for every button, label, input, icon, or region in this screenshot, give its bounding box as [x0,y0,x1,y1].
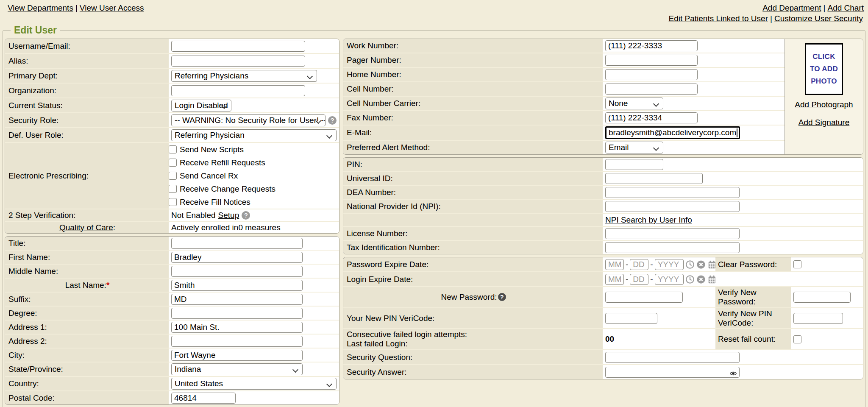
first-name-input[interactable] [171,252,303,263]
home-number-input[interactable] [605,69,698,80]
clock-icon[interactable] [685,275,695,284]
add-photo-placeholder[interactable]: CLICK TO ADD PHOTO [805,43,843,95]
universal-id-label: Universal ID: [343,172,603,185]
address1-input[interactable] [171,322,303,333]
pager-number-label: Pager Number: [343,53,603,67]
password-expire-mm-input[interactable] [605,259,624,270]
new-password-input[interactable] [605,292,683,303]
suffix-label: Suffix: [5,293,169,306]
universal-id-input[interactable] [605,173,703,184]
link-separator: | [821,3,828,12]
city-input[interactable] [171,350,303,361]
cell-carrier-select[interactable]: None [605,98,663,109]
security-answer-input[interactable] [605,367,740,378]
title-input[interactable] [171,238,303,249]
send-new-scripts-checkbox[interactable] [169,145,177,153]
state-select[interactable]: Indiana [171,363,303,375]
add-photograph-link[interactable]: Add Photograph [785,100,863,109]
security-question-input[interactable] [605,352,740,363]
alias-input[interactable] [171,56,305,67]
current-status-label: Current Status: [5,98,169,112]
address2-input[interactable] [171,336,303,347]
login-expire-mm-input[interactable] [605,274,624,285]
form-row: Pager Number: [343,53,785,67]
cell-carrier-value: None [609,99,628,108]
chevron-down-icon [326,381,332,387]
npi-input[interactable] [605,201,740,212]
primary-dept-select[interactable]: Referring Physicians [171,70,317,82]
password-expire-dd-input[interactable] [630,259,648,270]
login-expire-dd-input[interactable] [630,274,648,285]
npi-search-link[interactable]: NPI Search by User Info [605,215,692,225]
country-select[interactable]: United States [171,378,337,390]
clear-date-icon[interactable] [696,260,706,269]
clear-date-icon[interactable] [696,275,706,284]
receive-fill-notices-checkbox[interactable] [169,198,177,206]
add-chart-link[interactable]: Add Chart [827,3,864,12]
form-row: Suffix: [5,292,339,306]
license-number-input[interactable] [605,228,740,239]
help-icon[interactable]: ? [498,293,506,301]
fax-number-label: Fax Number: [343,111,603,125]
alias-label: Alias: [5,54,169,68]
identity-section: Title: First Name: Middle Name: Last Nam… [5,236,339,405]
last-name-input[interactable] [171,280,303,291]
form-row: Security Answer: [343,364,863,379]
reset-fail-count-checkbox[interactable] [793,335,801,343]
help-icon[interactable]: ? [328,116,337,125]
view-departments-link[interactable]: View Departments [8,3,73,12]
password-expire-label: Password Expire Date: [343,257,603,271]
password-expire-yyyy-input[interactable] [655,259,684,270]
cell-number-input[interactable] [605,84,698,95]
receive-change-requests-checkbox[interactable] [169,185,177,193]
form-row: Fax Number: [343,110,785,125]
clock-icon[interactable] [685,260,695,269]
eprescribe-option: Receive Change Requests [169,184,275,194]
clear-password-checkbox[interactable] [793,260,801,268]
dea-number-input[interactable] [605,187,740,198]
receive-refill-requests-checkbox[interactable] [169,159,177,167]
fax-number-input[interactable] [605,112,698,123]
customize-user-security-link[interactable]: Customize User Security [774,14,863,23]
address2-label: Address 2: [5,335,169,348]
help-icon[interactable]: ? [242,211,250,220]
suffix-input[interactable] [171,294,303,305]
quality-of-care-link[interactable]: Quality of Care [59,223,113,232]
form-row: Alias: [5,53,339,68]
current-status-select[interactable]: Login Disabled [171,100,231,112]
add-signature-link[interactable]: Add Signature [785,118,863,127]
organization-input[interactable] [171,85,305,96]
edit-patients-linked-link[interactable]: Edit Patients Linked to User [669,14,768,23]
pin-input[interactable] [605,159,663,170]
view-user-access-link[interactable]: View User Access [80,3,144,12]
add-department-link[interactable]: Add Department [762,3,821,12]
contact-section: Work Number: Pager Number: Home Number: … [343,39,863,155]
email-input[interactable]: bradleysmith@abcdeliverycorp.com [605,126,740,139]
verify-new-password-input[interactable] [793,292,851,303]
work-number-input[interactable] [605,40,698,51]
form-row: NPI Search by User Info [343,213,863,226]
eye-icon[interactable] [730,369,737,379]
tax-id-input[interactable] [605,242,740,253]
send-cancel-rx-checkbox[interactable] [169,172,177,180]
def-user-role-select[interactable]: Referring Physician [171,129,337,141]
form-row: Degree: [5,306,339,320]
security-role-select[interactable]: -- WARNING: No Security Role for User! -… [171,114,326,126]
degree-input[interactable] [171,308,303,319]
login-expire-yyyy-input[interactable] [655,274,684,285]
alert-method-select[interactable]: Email [605,142,663,153]
verify-pin-vericode-input[interactable] [793,313,843,324]
header-right-links-line2: Edit Patients Linked to User|Customize U… [8,13,864,24]
pin-vericode-input[interactable] [605,313,657,324]
form-row: Postal Code: [5,390,339,404]
form-row: License Number: [343,226,863,240]
form-row: Def. User Role:Referring Physician [5,127,339,142]
two-step-setup-link[interactable]: Setup [218,211,239,220]
middle-name-input[interactable] [171,266,303,277]
required-asterisk: * [106,281,109,290]
postal-code-input[interactable] [171,393,236,404]
pager-number-input[interactable] [605,55,698,66]
username-input[interactable] [171,41,305,52]
tax-id-label: Tax Identification Number: [343,241,603,254]
pin-vericode-label: Your New PIN VeriCode: [343,308,603,329]
